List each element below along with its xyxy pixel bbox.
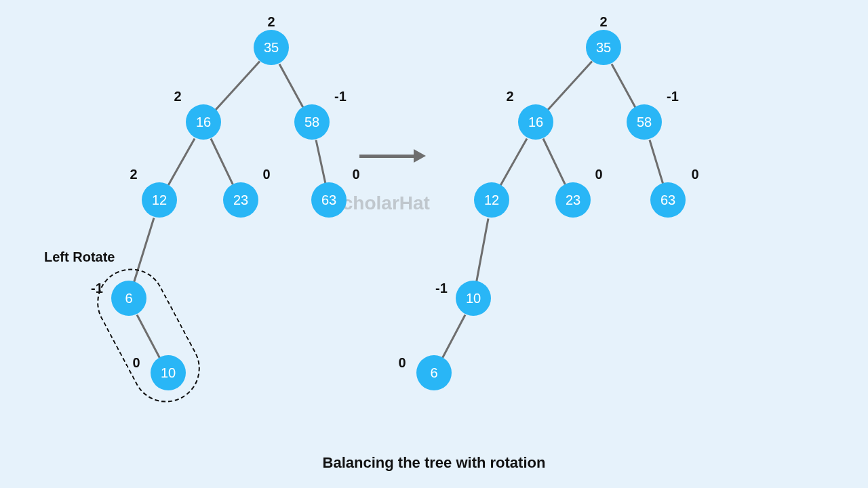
left-node-58: 58	[294, 104, 330, 140]
right-edge-16-12	[499, 138, 528, 186]
left-node-6: 6	[111, 281, 146, 316]
left-node-23: 23	[223, 182, 258, 218]
left-node-12: 12	[142, 182, 177, 218]
right-bf-23: 0	[595, 167, 602, 182]
right-node-63: 63	[650, 182, 686, 218]
left-bf-35: 2	[267, 14, 275, 30]
left-edge-16-23	[210, 138, 234, 185]
left-node-63: 63	[311, 182, 347, 218]
left-edge-58-63	[315, 140, 326, 184]
transition-arrow-head	[414, 149, 426, 163]
left-edge-35-58	[279, 64, 304, 108]
left-rotate-label: Left Rotate	[44, 249, 115, 265]
right-node-23: 23	[555, 182, 591, 218]
left-bf-6: -1	[91, 281, 103, 296]
right-edge-58-63	[648, 140, 664, 184]
right-edge-10-6	[441, 314, 466, 359]
right-node-6: 6	[416, 355, 452, 390]
left-bf-58: -1	[334, 89, 347, 104]
left-edge-16-12	[167, 138, 195, 186]
left-bf-16: 2	[174, 89, 181, 104]
left-bf-10: 0	[132, 355, 140, 371]
left-edge-35-16	[214, 61, 260, 111]
right-bf-10: -1	[435, 281, 448, 296]
right-edge-12-10	[475, 218, 489, 282]
right-bf-16: 2	[506, 89, 513, 104]
left-bf-23: 0	[262, 167, 270, 182]
right-bf-6: 0	[398, 355, 406, 371]
right-node-35: 35	[586, 30, 621, 65]
right-bf-35: 2	[599, 14, 607, 30]
right-edge-35-58	[611, 64, 637, 108]
right-node-16: 16	[518, 104, 553, 140]
right-node-10: 10	[456, 281, 491, 316]
right-bf-63: 0	[691, 167, 698, 182]
left-node-16: 16	[186, 104, 221, 140]
right-edge-16-23	[542, 138, 566, 185]
left-bf-63: 0	[352, 167, 359, 182]
transition-arrow-line	[359, 155, 414, 158]
right-edge-35-16	[547, 61, 592, 111]
left-node-10: 10	[151, 355, 186, 390]
right-node-58: 58	[627, 104, 662, 140]
rotation-highlight-ellipse	[85, 257, 212, 414]
diagram-caption: Balancing the tree with rotation	[323, 454, 546, 472]
right-node-12: 12	[474, 182, 509, 218]
left-bf-12: 2	[130, 167, 137, 182]
left-node-35: 35	[254, 30, 289, 65]
right-bf-58: -1	[667, 89, 679, 104]
